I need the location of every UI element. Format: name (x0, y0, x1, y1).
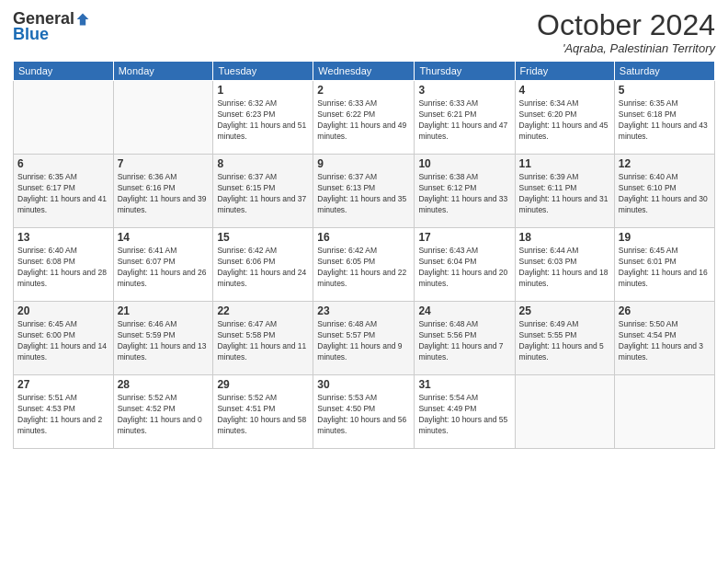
day-info: Sunrise: 6:37 AMSunset: 6:15 PMDaylight:… (217, 172, 309, 216)
calendar-cell: 11Sunrise: 6:39 AMSunset: 6:11 PMDayligh… (515, 155, 614, 228)
calendar-cell (14, 81, 114, 155)
calendar-cell: 16Sunrise: 6:42 AMSunset: 6:05 PMDayligh… (313, 228, 415, 302)
calendar-header-sunday: Sunday (14, 62, 114, 81)
calendar-cell: 4Sunrise: 6:34 AMSunset: 6:20 PMDaylight… (515, 81, 614, 155)
calendar: SundayMondayTuesdayWednesdayThursdayFrid… (13, 61, 715, 449)
calendar-week-4: 20Sunrise: 6:45 AMSunset: 6:00 PMDayligh… (14, 302, 715, 375)
day-info: Sunrise: 5:54 AMSunset: 4:49 PMDaylight:… (418, 393, 510, 437)
calendar-cell: 7Sunrise: 6:36 AMSunset: 6:16 PMDaylight… (113, 155, 213, 228)
calendar-cell: 20Sunrise: 6:45 AMSunset: 6:00 PMDayligh… (14, 302, 114, 375)
day-info: Sunrise: 5:53 AMSunset: 4:50 PMDaylight:… (317, 393, 410, 437)
calendar-cell: 19Sunrise: 6:45 AMSunset: 6:01 PMDayligh… (614, 228, 714, 302)
calendar-cell: 10Sunrise: 6:38 AMSunset: 6:12 PMDayligh… (415, 155, 515, 228)
calendar-header-friday: Friday (515, 62, 614, 81)
calendar-header-wednesday: Wednesday (313, 62, 415, 81)
day-info: Sunrise: 6:35 AMSunset: 6:18 PMDaylight:… (619, 98, 711, 143)
day-number: 16 (317, 231, 410, 244)
day-number: 24 (418, 304, 510, 317)
day-info: Sunrise: 6:33 AMSunset: 6:22 PMDaylight:… (317, 98, 410, 143)
day-number: 17 (418, 231, 510, 244)
calendar-cell: 1Sunrise: 6:32 AMSunset: 6:23 PMDaylight… (213, 81, 313, 155)
calendar-cell: 6Sunrise: 6:35 AMSunset: 6:17 PMDaylight… (14, 155, 114, 228)
calendar-cell: 17Sunrise: 6:43 AMSunset: 6:04 PMDayligh… (415, 228, 515, 302)
header: General Blue October 2024 'Aqraba, Pales… (13, 9, 715, 55)
day-number: 12 (619, 157, 711, 170)
day-info: Sunrise: 6:35 AMSunset: 6:17 PMDaylight:… (17, 172, 109, 216)
day-info: Sunrise: 6:41 AMSunset: 6:07 PMDaylight:… (118, 246, 210, 290)
location: 'Aqraba, Palestinian Territory (537, 41, 715, 55)
day-info: Sunrise: 6:34 AMSunset: 6:20 PMDaylight:… (519, 98, 610, 143)
calendar-header-tuesday: Tuesday (213, 62, 313, 81)
calendar-cell: 31Sunrise: 5:54 AMSunset: 4:49 PMDayligh… (415, 375, 515, 449)
day-info: Sunrise: 6:47 AMSunset: 5:58 PMDaylight:… (217, 319, 309, 363)
day-number: 30 (317, 378, 410, 391)
day-info: Sunrise: 6:46 AMSunset: 5:59 PMDaylight:… (118, 319, 210, 363)
day-number: 4 (519, 84, 610, 97)
calendar-header-monday: Monday (113, 62, 213, 81)
logo: General Blue (13, 9, 91, 44)
month-title: October 2024 (537, 9, 715, 41)
day-info: Sunrise: 6:39 AMSunset: 6:11 PMDaylight:… (519, 172, 610, 216)
day-number: 7 (118, 157, 210, 170)
day-info: Sunrise: 5:52 AMSunset: 4:52 PMDaylight:… (118, 393, 210, 437)
calendar-cell: 29Sunrise: 5:52 AMSunset: 4:51 PMDayligh… (213, 375, 313, 449)
calendar-cell: 23Sunrise: 6:48 AMSunset: 5:57 PMDayligh… (313, 302, 415, 375)
calendar-cell: 12Sunrise: 6:40 AMSunset: 6:10 PMDayligh… (614, 155, 714, 228)
title-section: October 2024 'Aqraba, Palestinian Territ… (537, 9, 715, 55)
day-info: Sunrise: 6:42 AMSunset: 6:06 PMDaylight:… (217, 246, 309, 290)
calendar-cell: 24Sunrise: 6:48 AMSunset: 5:56 PMDayligh… (415, 302, 515, 375)
calendar-cell: 21Sunrise: 6:46 AMSunset: 5:59 PMDayligh… (113, 302, 213, 375)
calendar-cell: 3Sunrise: 6:33 AMSunset: 6:21 PMDaylight… (415, 81, 515, 155)
day-number: 19 (619, 231, 711, 244)
calendar-cell: 2Sunrise: 6:33 AMSunset: 6:22 PMDaylight… (313, 81, 415, 155)
day-number: 6 (17, 157, 109, 170)
calendar-cell: 18Sunrise: 6:44 AMSunset: 6:03 PMDayligh… (515, 228, 614, 302)
day-number: 14 (118, 231, 210, 244)
day-number: 9 (317, 157, 410, 170)
day-info: Sunrise: 6:40 AMSunset: 6:08 PMDaylight:… (17, 246, 109, 290)
day-number: 28 (118, 378, 210, 391)
calendar-cell (515, 375, 614, 449)
day-info: Sunrise: 6:45 AMSunset: 6:00 PMDaylight:… (17, 319, 109, 363)
day-info: Sunrise: 6:38 AMSunset: 6:12 PMDaylight:… (418, 172, 510, 216)
day-info: Sunrise: 6:40 AMSunset: 6:10 PMDaylight:… (619, 172, 711, 216)
day-number: 22 (217, 304, 309, 317)
day-info: Sunrise: 6:37 AMSunset: 6:13 PMDaylight:… (317, 172, 410, 216)
logo-icon (75, 12, 90, 27)
day-number: 10 (418, 157, 510, 170)
calendar-cell (614, 375, 714, 449)
day-number: 29 (217, 378, 309, 391)
day-info: Sunrise: 5:51 AMSunset: 4:53 PMDaylight:… (17, 393, 109, 437)
day-info: Sunrise: 6:49 AMSunset: 5:55 PMDaylight:… (519, 319, 610, 363)
calendar-header-row: SundayMondayTuesdayWednesdayThursdayFrid… (14, 62, 715, 81)
day-number: 26 (619, 304, 711, 317)
svg-marker-0 (77, 13, 89, 25)
day-number: 18 (519, 231, 610, 244)
day-number: 23 (317, 304, 410, 317)
calendar-header-thursday: Thursday (415, 62, 515, 81)
day-info: Sunrise: 6:48 AMSunset: 5:56 PMDaylight:… (418, 319, 510, 363)
day-info: Sunrise: 6:32 AMSunset: 6:23 PMDaylight:… (217, 98, 309, 143)
calendar-cell (113, 81, 213, 155)
calendar-cell: 14Sunrise: 6:41 AMSunset: 6:07 PMDayligh… (113, 228, 213, 302)
day-number: 2 (317, 84, 410, 97)
day-number: 5 (619, 84, 711, 97)
calendar-cell: 30Sunrise: 5:53 AMSunset: 4:50 PMDayligh… (313, 375, 415, 449)
day-info: Sunrise: 6:48 AMSunset: 5:57 PMDaylight:… (317, 319, 410, 363)
day-info: Sunrise: 5:50 AMSunset: 4:54 PMDaylight:… (619, 319, 711, 363)
calendar-cell: 27Sunrise: 5:51 AMSunset: 4:53 PMDayligh… (14, 375, 114, 449)
day-info: Sunrise: 6:43 AMSunset: 6:04 PMDaylight:… (418, 246, 510, 290)
calendar-week-5: 27Sunrise: 5:51 AMSunset: 4:53 PMDayligh… (14, 375, 715, 449)
day-number: 25 (519, 304, 610, 317)
day-number: 13 (17, 231, 109, 244)
day-info: Sunrise: 6:33 AMSunset: 6:21 PMDaylight:… (418, 98, 510, 143)
day-number: 15 (217, 231, 309, 244)
calendar-header-saturday: Saturday (614, 62, 714, 81)
day-info: Sunrise: 5:52 AMSunset: 4:51 PMDaylight:… (217, 393, 309, 437)
calendar-cell: 5Sunrise: 6:35 AMSunset: 6:18 PMDaylight… (614, 81, 714, 155)
calendar-cell: 9Sunrise: 6:37 AMSunset: 6:13 PMDaylight… (313, 155, 415, 228)
day-info: Sunrise: 6:36 AMSunset: 6:16 PMDaylight:… (118, 172, 210, 216)
calendar-cell: 13Sunrise: 6:40 AMSunset: 6:08 PMDayligh… (14, 228, 114, 302)
calendar-cell: 8Sunrise: 6:37 AMSunset: 6:15 PMDaylight… (213, 155, 313, 228)
day-info: Sunrise: 6:44 AMSunset: 6:03 PMDaylight:… (519, 246, 610, 290)
